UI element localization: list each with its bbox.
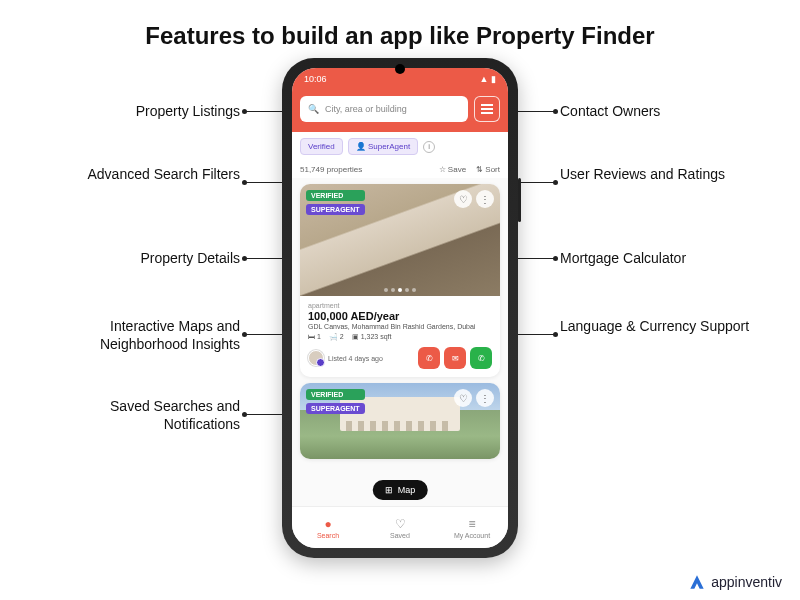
carousel-dots [384, 288, 416, 292]
favorite-icon[interactable]: ♡ [454, 190, 472, 208]
beds-spec: 🛏 1 [308, 333, 321, 341]
map-icon: ⊞ [385, 485, 393, 495]
whatsapp-icon: ✆ [478, 354, 485, 363]
feature-interactive-maps: Interactive Maps and Neighborhood Insigh… [50, 318, 240, 353]
listing-type: apartment [308, 302, 492, 309]
listing-card[interactable]: VERIFIED SUPERAGENT ♡ ⋮ apartment [300, 184, 500, 377]
bottom-nav: ● Search ♡ Saved ≡ My Account [292, 506, 508, 548]
feature-contact-owners: Contact Owners [560, 103, 740, 121]
nav-label: Saved [390, 532, 410, 539]
nav-label: Search [317, 532, 339, 539]
hamburger-icon [481, 108, 493, 110]
search-nav-icon: ● [321, 517, 335, 531]
phone-icon: ✆ [426, 354, 433, 363]
feature-property-details: Property Details [60, 250, 240, 268]
email-button[interactable]: ✉ [444, 347, 466, 369]
listing-image: VERIFIED SUPERAGENT ♡ ⋮ [300, 184, 500, 296]
listing-address: GDL Canvas, Mohammad Bin Rashid Gardens,… [308, 323, 492, 330]
map-label: Map [398, 485, 416, 495]
status-time: 10:06 [304, 74, 327, 84]
user-icon: ≡ [465, 517, 479, 531]
results-meta-row: 51,749 properties ☆ Save ⇅ Sort [292, 161, 508, 178]
filter-chips-row: Verified 👤 SuperAgent i [292, 132, 508, 161]
badge-superagent: SUPERAGENT [306, 403, 365, 414]
listing-specs: 🛏 1 🛁 2 ▣ 1,323 sqft [308, 333, 492, 341]
status-icons: ▲ ▮ [480, 74, 496, 84]
badge-superagent: SUPERAGENT [306, 204, 365, 215]
feature-language-currency: Language & Currency Support [560, 318, 760, 336]
nav-account[interactable]: ≡ My Account [436, 507, 508, 548]
filter-button[interactable] [474, 96, 500, 122]
diagram-stage: Property Listings Advanced Search Filter… [0, 58, 800, 578]
call-button[interactable]: ✆ [418, 347, 440, 369]
mail-icon: ✉ [452, 354, 459, 363]
results-count: 51,749 properties [300, 165, 362, 174]
badge-verified: VERIFIED [306, 389, 365, 400]
top-bar: 🔍 City, area or building [292, 90, 508, 132]
save-action[interactable]: ☆ Save [439, 165, 466, 174]
page-title: Features to build an app like Property F… [0, 0, 800, 50]
badge-verified: VERIFIED [306, 190, 365, 201]
feature-saved-searches: Saved Searches and Notifications [60, 398, 240, 433]
listing-image: VERIFIED SUPERAGENT ♡ ⋮ [300, 383, 500, 459]
listing-card[interactable]: VERIFIED SUPERAGENT ♡ ⋮ [300, 383, 500, 459]
camera-notch [395, 64, 405, 74]
map-toggle-button[interactable]: ⊞ Map [373, 480, 428, 500]
info-icon[interactable]: i [423, 141, 435, 153]
chip-verified[interactable]: Verified [300, 138, 343, 155]
chip-superagent[interactable]: 👤 SuperAgent [348, 138, 419, 155]
listing-price: 100,000 AED/year [308, 310, 492, 322]
feature-property-listings: Property Listings [60, 103, 240, 121]
brand-logo: appinventiv [689, 574, 782, 590]
more-icon[interactable]: ⋮ [476, 190, 494, 208]
feature-user-reviews: User Reviews and Ratings [560, 166, 740, 184]
nav-saved[interactable]: ♡ Saved [364, 507, 436, 548]
baths-spec: 🛁 2 [329, 333, 344, 341]
nav-search[interactable]: ● Search [292, 507, 364, 548]
phone-screen: 10:06 ▲ ▮ 🔍 City, area or building Verif… [292, 68, 508, 548]
search-icon: 🔍 [308, 104, 319, 114]
brand-name: appinventiv [711, 574, 782, 590]
heart-icon: ♡ [393, 517, 407, 531]
nav-label: My Account [454, 532, 490, 539]
feature-mortgage-calculator: Mortgage Calculator [560, 250, 760, 268]
phone-frame: 10:06 ▲ ▮ 🔍 City, area or building Verif… [282, 58, 518, 558]
area-spec: ▣ 1,323 sqft [352, 333, 392, 341]
search-input[interactable]: 🔍 City, area or building [300, 96, 468, 122]
listed-time: Listed 4 days ago [328, 355, 383, 362]
favorite-icon[interactable]: ♡ [454, 389, 472, 407]
whatsapp-button[interactable]: ✆ [470, 347, 492, 369]
sort-action[interactable]: ⇅ Sort [476, 165, 500, 174]
feature-advanced-search-filters: Advanced Search Filters [60, 166, 240, 184]
listings-scroll[interactable]: VERIFIED SUPERAGENT ♡ ⋮ apartment [292, 178, 508, 506]
more-icon[interactable]: ⋮ [476, 389, 494, 407]
agent-avatar[interactable] [308, 350, 324, 366]
appinventiv-icon [689, 574, 705, 590]
listing-body: apartment 100,000 AED/year GDL Canvas, M… [300, 296, 500, 377]
search-placeholder: City, area or building [325, 104, 407, 114]
